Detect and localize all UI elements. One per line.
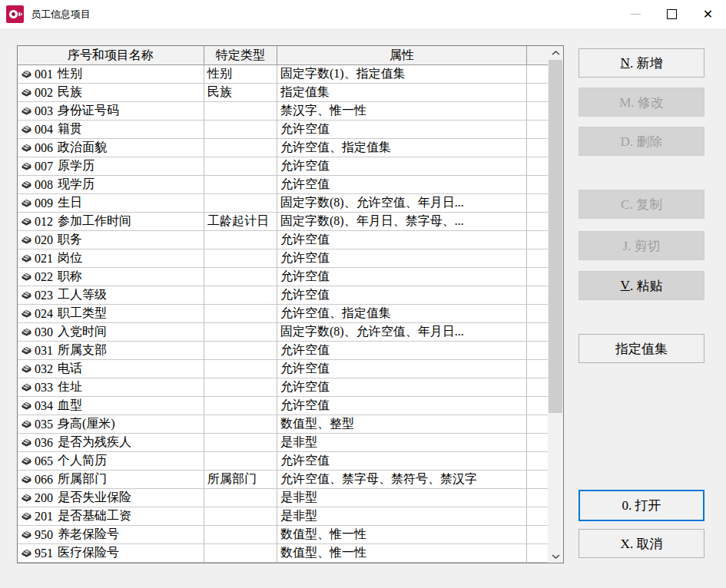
item-icon <box>21 253 32 263</box>
table-row[interactable]: 012参加工作时间工龄起计日固定字数(8)、年月日、禁字母、... <box>18 213 548 231</box>
cell-attributes: 允许空值 <box>277 268 527 286</box>
cell-attributes: 是非型 <box>277 434 527 452</box>
cell-empty <box>527 249 548 268</box>
cell-specific-type <box>204 286 277 305</box>
cell-number-name: 066所属部门 <box>18 471 204 489</box>
window-controls: ✕ <box>618 0 726 28</box>
table-row[interactable]: 065个人简历允许空值 <box>18 452 548 471</box>
scrollbar-thumb[interactable] <box>549 60 562 413</box>
cell-empty <box>527 434 548 452</box>
table-row[interactable]: 033住址允许空值 <box>18 378 548 397</box>
modify-button: M. 修改 <box>578 88 704 117</box>
table-row[interactable]: 066所属部门所属部门允许空值、禁字母、禁符号、禁汉字 <box>18 471 548 489</box>
table-row[interactable]: 023工人等级允许空值 <box>18 286 548 305</box>
cell-empty <box>527 213 548 231</box>
cell-attributes: 允许空值 <box>277 249 527 268</box>
cell-attributes: 允许空值、指定值集 <box>277 139 527 157</box>
cell-number-name: 200是否失业保险 <box>18 489 204 507</box>
table-row[interactable]: 024职工类型允许空值、指定值集 <box>18 305 548 323</box>
table-row[interactable]: 022职称允许空值 <box>18 268 548 286</box>
vertical-scrollbar[interactable] <box>548 46 563 563</box>
cell-number-name: 065个人简历 <box>18 452 204 471</box>
cell-specific-type <box>204 102 277 121</box>
table-row[interactable]: 002民族民族指定值集 <box>18 84 548 102</box>
cell-empty <box>527 139 548 157</box>
cell-specific-type <box>204 507 277 526</box>
close-icon: ✕ <box>703 8 713 21</box>
cell-attributes: 固定字数(8)、允许空值、年月日... <box>277 323 527 342</box>
item-icon <box>21 106 32 116</box>
cell-empty <box>527 342 548 360</box>
column-header-number-name[interactable]: 序号和项目名称 <box>18 46 204 64</box>
cell-specific-type <box>204 434 277 452</box>
cell-attributes: 是非型 <box>277 489 527 507</box>
table-row[interactable]: 006政治面貌允许空值、指定值集 <box>18 139 548 157</box>
cell-empty <box>527 84 548 102</box>
cell-attributes: 允许空值 <box>277 121 527 139</box>
cell-number-name: 951医疗保险号 <box>18 544 204 563</box>
table-row[interactable]: 200是否失业保险是非型 <box>18 489 548 507</box>
cell-specific-type <box>204 489 277 507</box>
cell-specific-type: 工龄起计日 <box>204 213 277 231</box>
maximize-button[interactable] <box>654 0 690 28</box>
table-row[interactable]: 950养老保险号数值型、惟一性 <box>18 526 548 544</box>
item-icon <box>21 511 32 521</box>
item-icon <box>21 161 32 171</box>
table-row[interactable]: 951医疗保险号数值型、惟一性 <box>18 544 548 563</box>
close-button[interactable]: ✕ <box>690 0 726 28</box>
cell-empty <box>527 102 548 121</box>
table-row[interactable]: 031所属支部允许空值 <box>18 342 548 360</box>
item-icon <box>21 493 32 503</box>
cell-number-name: 002民族 <box>18 84 204 102</box>
table-row[interactable]: 001性别性别固定字数(1)、指定值集 <box>18 65 548 84</box>
cell-specific-type <box>204 231 277 249</box>
cell-specific-type <box>204 268 277 286</box>
cancel-button[interactable]: X. 取消 <box>578 529 704 558</box>
column-header-specific-type[interactable]: 特定类型 <box>204 46 277 64</box>
cell-empty <box>527 65 548 84</box>
cell-attributes: 禁汉字、惟一性 <box>277 102 527 121</box>
cell-specific-type <box>204 342 277 360</box>
table-row[interactable]: 004籍贯允许空值 <box>18 121 548 139</box>
table-row[interactable]: 021岗位允许空值 <box>18 249 548 268</box>
cell-attributes: 是非型 <box>277 507 527 526</box>
cell-attributes: 允许空值 <box>277 231 527 249</box>
table-row[interactable]: 032电话允许空值 <box>18 360 548 378</box>
item-icon <box>21 143 32 153</box>
new-button[interactable]: N. 新增 <box>578 48 704 78</box>
table-row[interactable]: 034血型允许空值 <box>18 397 548 415</box>
cell-specific-type <box>204 323 277 342</box>
minimize-button[interactable] <box>618 0 654 28</box>
cell-attributes: 数值型、惟一性 <box>277 526 527 544</box>
table-row[interactable]: 008现学历允许空值 <box>18 176 548 194</box>
cell-empty <box>527 121 548 139</box>
table-row[interactable]: 035身高(厘米)数值型、整型 <box>18 415 548 434</box>
item-icon <box>21 364 32 374</box>
table-row[interactable]: 003身份证号码禁汉字、惟一性 <box>18 102 548 121</box>
item-icon <box>21 382 32 392</box>
cell-specific-type <box>204 121 277 139</box>
table-row[interactable]: 030入党时间固定字数(8)、允许空值、年月日... <box>18 323 548 342</box>
window-title: 员工信息项目 <box>31 8 91 21</box>
scroll-down-icon[interactable] <box>548 550 563 563</box>
table-row[interactable]: 036是否为残疾人是非型 <box>18 434 548 452</box>
table-row[interactable]: 007原学历允许空值 <box>18 157 548 176</box>
paste-button[interactable]: V. 粘贴 <box>578 271 704 300</box>
table-row[interactable]: 020职务允许空值 <box>18 231 548 249</box>
cell-number-name: 008现学历 <box>18 176 204 194</box>
item-icon <box>21 401 32 411</box>
items-table: 序号和项目名称 特定类型 属性 001性别性别固定字数(1)、指定值集002民族… <box>17 45 564 563</box>
cell-number-name: 024职工类型 <box>18 305 204 323</box>
cell-attributes: 固定字数(8)、年月日、禁字母、... <box>277 213 527 231</box>
table-row[interactable]: 201是否基础工资是非型 <box>18 507 548 526</box>
scroll-up-icon[interactable] <box>548 46 563 59</box>
column-header-attributes[interactable]: 属性 <box>277 46 527 64</box>
cell-empty <box>527 286 548 305</box>
open-button[interactable]: 0. 打开 <box>578 490 704 521</box>
cell-number-name: 012参加工作时间 <box>18 213 204 231</box>
cell-empty <box>527 157 548 176</box>
specify-value-set-button[interactable]: 指定值集 <box>578 334 704 363</box>
cell-specific-type <box>204 360 277 378</box>
table-row[interactable]: 009生日固定字数(8)、允许空值、年月日... <box>18 194 548 213</box>
cell-empty <box>527 268 548 286</box>
